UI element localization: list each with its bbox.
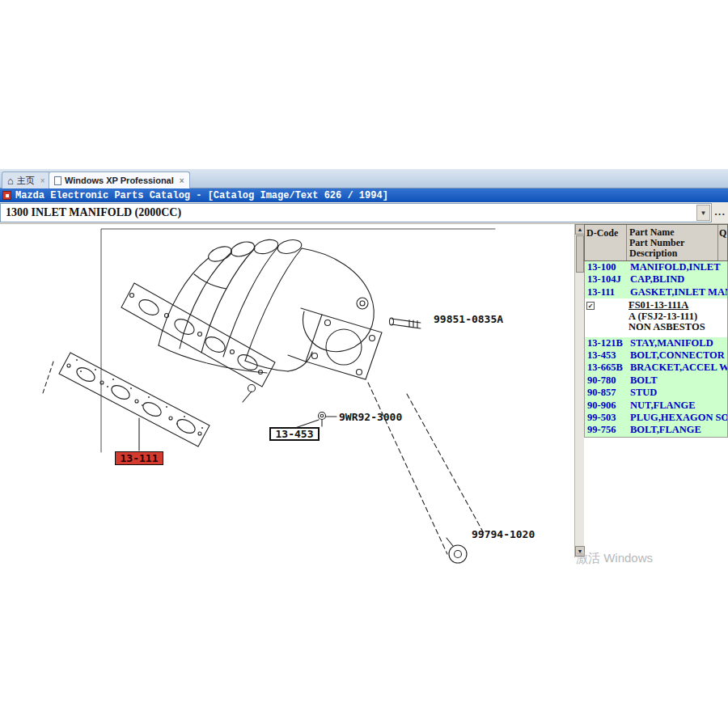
header-qty: Q [718,225,727,260]
app-title-bar: Mazda Electronic Parts Catalog - [Catalo… [0,188,728,202]
part-name-cell: BOLT,CONNECTOR [627,349,727,362]
diagram-label-99794: 99794-1020 [472,528,535,540]
activate-windows-watermark: 激活 Windows [576,551,653,566]
more-button[interactable]: ... [714,205,726,218]
tab-home[interactable]: ⌂ 主页 × [2,171,51,188]
header-part: Part Name Part Number Description [627,225,718,260]
header-description: Description [629,248,715,259]
parts-table: D-Code Part Name Part Number Description… [584,224,728,438]
table-row[interactable]: 99-503PLUG,HEXAGON SOC [585,412,727,424]
parts-table-body: 13-100MANIFOLD,INLET13-104JCAP,BLIND13-1… [584,261,728,438]
chevron-down-icon[interactable]: ▼ [696,205,710,221]
table-row[interactable]: 90-857STUD [585,387,727,399]
scrollbar-thumb[interactable] [576,235,584,273]
dcode-cell[interactable]: 13-104J [585,273,627,286]
table-row[interactable]: 13-104JCAP,BLIND [585,273,727,286]
table-row[interactable]: 99-756BOLT,FLANGE [585,424,727,436]
part-detail-lines: FS01-13-111AA (FSJ2-13-111)NON ASBESTOS [629,300,705,333]
dcode-cell[interactable]: 90-906 [585,400,627,412]
part-name-cell: STUD [627,387,727,399]
part-details: ✓FS01-13-111AA (FSJ2-13-111)NON ASBESTOS [585,298,727,337]
part-name-cell: NUT,FLANGE [627,400,727,412]
table-row[interactable]: 13-111GASKET,INLET MANI [585,286,727,298]
table-row[interactable]: 90-906NUT,FLANGE [585,400,727,412]
table-row[interactable]: 13-453BOLT,CONNECTOR [585,349,727,362]
part-name-cell: BOLT,FLANGE [627,424,727,436]
part-name-cell: BRACKET,ACCEL WIR [627,362,727,374]
table-row[interactable]: 13-665BBRACKET,ACCEL WIR [585,362,727,374]
dcode-cell[interactable]: 90-780 [585,375,627,387]
part-number-link[interactable]: FS01-13-111A [629,300,705,311]
diagram-label-13111-highlighted[interactable]: 13-111 [115,451,163,465]
dcode-cell[interactable]: 13-100 [585,261,627,273]
screenshot-page: ⌂ 主页 × Windows XP Professional × Mazda E… [0,0,728,728]
table-row[interactable]: 90-780BOLT [585,375,727,387]
part-name-cell: BOLT [627,375,727,387]
home-icon: ⌂ [7,176,14,186]
browser-tab-strip: ⌂ 主页 × Windows XP Professional × [0,169,728,188]
parts-table-header: D-Code Part Name Part Number Description… [584,224,728,261]
section-combobox[interactable]: 1300 INLET MANIFOLD (2000CC) ▼ [0,203,712,222]
tab-home-label: 主页 [17,175,35,187]
header-dcode: D-Code [585,225,627,260]
dcode-cell[interactable]: 90-857 [585,387,627,399]
part-checkbox[interactable]: ✓ [586,302,595,310]
app-icon [2,191,11,200]
vertical-scrollbar[interactable]: ▲ ▼ [574,224,584,557]
dcode-cell[interactable]: 13-665B [585,362,627,374]
dcode-cell[interactable]: 13-111 [585,286,627,298]
table-row[interactable]: 13-100MANIFOLD,INLET [585,261,727,273]
main-content: 99851-0835A 9WR92-3000 13-453 13-111 997… [0,223,728,566]
dcode-cell[interactable]: 13-121B [585,337,627,349]
table-row[interactable]: 13-121BSTAY,MANIFOLD [585,337,727,349]
tab-windows-xp[interactable]: Windows XP Professional × [49,171,190,188]
diagram-label-9wr92: 9WR92-3000 [339,411,402,423]
tab-windows-xp-label: Windows XP Professional [65,176,174,185]
diagram-label-99851: 99851-0835A [434,313,503,325]
dcode-cell[interactable]: 99-756 [585,424,627,436]
part-name-cell: CAP,BLIND [627,273,727,286]
dcode-cell[interactable]: 13-453 [585,349,627,362]
close-icon[interactable]: × [180,176,184,185]
dcode-cell[interactable]: 99-503 [585,412,627,424]
part-name-cell: PLUG,HEXAGON SOC [627,412,727,424]
part-detail-line: A (FSJ2-13-111) [629,311,705,323]
part-detail-line: NON ASBESTOS [629,322,705,333]
page-icon [54,176,61,185]
parts-diagram-area: 99851-0835A 9WR92-3000 13-453 13-111 997… [0,224,574,567]
part-name-cell: GASKET,INLET MANI [627,286,727,298]
diagram-label-13453[interactable]: 13-453 [269,427,320,441]
part-name-cell: STAY,MANIFOLD [627,337,727,349]
part-name-cell: MANIFOLD,INLET [627,261,727,273]
close-icon[interactable]: × [40,176,45,185]
parts-diagram [0,224,574,567]
section-combobox-value: 1300 INLET MANIFOLD (2000CC) [1,206,181,219]
app-title: Mazda Electronic Parts Catalog - [Catalo… [15,190,388,201]
section-selector-row: 1300 INLET MANIFOLD (2000CC) ▼ ... [0,202,728,223]
